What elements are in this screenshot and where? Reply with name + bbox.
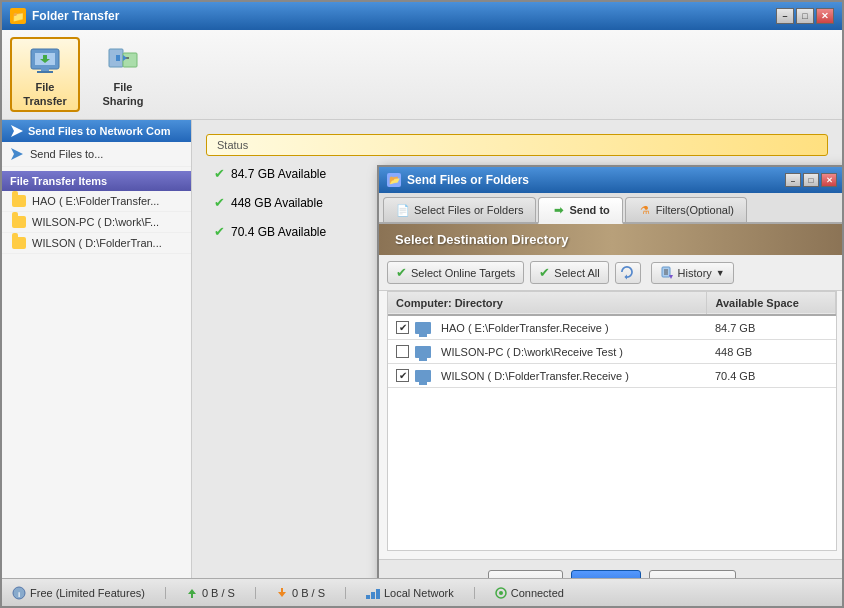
row-1-computer: WILSON-PC ( D:\work\Receive Test ): [388, 340, 707, 364]
refresh-button[interactable]: [615, 262, 641, 284]
license-icon: i: [12, 586, 26, 600]
tab-select-files-label: Select Files or Folders: [414, 204, 523, 216]
row-1-space: 448 GB: [707, 340, 836, 364]
ok-button[interactable]: OK: [571, 570, 641, 578]
connection-icon: [495, 587, 507, 599]
dialog-close-button[interactable]: ✕: [821, 173, 837, 187]
row-2-computer: ✔ WILSON ( D:\FolderTransfer.Receive ): [388, 364, 707, 388]
section-header-label: Select Destination Directory: [395, 232, 568, 247]
table-row: WILSON-PC ( D:\work\Receive Test ) 448 G…: [388, 340, 836, 364]
license-text: Free (Limited Features): [30, 587, 145, 599]
sidebar-section-header: Send Files to Network Com: [2, 120, 191, 142]
tab-send-to[interactable]: ➡ Send to: [538, 197, 622, 224]
dialog-inner-toolbar: ✔ Select Online Targets ✔ Select All: [379, 255, 842, 291]
maximize-button[interactable]: □: [796, 8, 814, 24]
folder-icon-2: [12, 237, 26, 249]
tab-filters-label: Filters(Optional): [656, 204, 734, 216]
row-0-label: HAO ( E:\FolderTransfer.Receive ): [441, 322, 609, 334]
select-files-tab-icon: 📄: [396, 203, 410, 217]
select-online-label: Select Online Targets: [411, 267, 515, 279]
history-icon: [660, 266, 674, 280]
app-icon: 📁: [10, 8, 26, 24]
sidebar-section-label: Send Files to Network Com: [28, 125, 170, 137]
dialog-body: Select Destination Directory ✔ Select On…: [379, 224, 842, 559]
items-header: File Transfer Items: [2, 171, 191, 191]
select-all-check-icon: ✔: [539, 265, 550, 280]
sidebar-item-1[interactable]: WILSON-PC ( D:\work\F...: [2, 212, 191, 233]
file-transfer-icon: [27, 41, 63, 77]
col-computer: Computer: Directory: [388, 292, 707, 315]
history-dropdown-icon: ▼: [716, 268, 725, 278]
select-all-button[interactable]: ✔ Select All: [530, 261, 608, 284]
dialog-tabs: 📄 Select Files or Folders ➡ Send to ⚗ Fi…: [379, 193, 842, 224]
items-header-label: File Transfer Items: [10, 175, 107, 187]
window-title: Folder Transfer: [32, 9, 119, 23]
svg-text:i: i: [18, 590, 20, 599]
tab-send-to-label: Send to: [569, 204, 609, 216]
status-bar: i Free (Limited Features) 0 B / S 0 B / …: [2, 578, 842, 606]
main-toolbar: File Transfer File Sharing: [2, 30, 842, 120]
computer-icon-0: [415, 322, 431, 334]
dialog-footer: Next OK Cancel: [379, 559, 842, 578]
sidebar-item-label-1: WILSON-PC ( D:\work\F...: [32, 216, 159, 228]
file-transfer-button[interactable]: File Transfer: [10, 37, 80, 112]
sidebar-item-2[interactable]: WILSON ( D:\FolderTran...: [2, 233, 191, 254]
row-0-computer: ✔ HAO ( E:\FolderTransfer.Receive ): [388, 315, 707, 340]
sidebar-item-label-0: HAO ( E:\FolderTransfer...: [32, 195, 159, 207]
filters-tab-icon: ⚗: [638, 203, 652, 217]
svg-marker-9: [11, 125, 23, 137]
svg-rect-22: [376, 589, 380, 599]
minimize-button[interactable]: –: [776, 8, 794, 24]
file-sharing-button[interactable]: File Sharing: [88, 37, 158, 112]
row-2-space: 70.4 GB: [707, 364, 836, 388]
destination-table-scroll[interactable]: Computer: Directory Available Space: [387, 291, 837, 551]
select-all-label: Select All: [554, 267, 599, 279]
svg-rect-21: [371, 592, 375, 599]
computer-icon-1: [415, 346, 431, 358]
download-segment: 0 B / S: [255, 587, 325, 599]
row-0-checkbox[interactable]: ✔: [396, 321, 409, 334]
next-button[interactable]: Next: [488, 570, 563, 578]
row-1-checkbox[interactable]: [396, 345, 409, 358]
svg-marker-10: [11, 148, 23, 160]
dialog-title-bar: 📂 Send Files or Folders – □ ✕: [379, 167, 842, 193]
sidebar-item-0[interactable]: HAO ( E:\FolderTransfer...: [2, 191, 191, 212]
tab-filters[interactable]: ⚗ Filters(Optional): [625, 197, 747, 222]
license-segment: i Free (Limited Features): [12, 586, 145, 600]
svg-marker-19: [278, 588, 286, 597]
close-button[interactable]: ✕: [816, 8, 834, 24]
modal-overlay: 📂 Send Files or Folders – □ ✕ 📄 Select F…: [192, 120, 842, 578]
dialog-minimize-button[interactable]: –: [785, 173, 801, 187]
row-2-checkbox[interactable]: ✔: [396, 369, 409, 382]
row-0-space: 84.7 GB: [707, 315, 836, 340]
computer-icon-2: [415, 370, 431, 382]
content-area: Send Files to Network Com Send Files to.…: [2, 120, 842, 578]
col-space: Available Space: [707, 292, 836, 315]
main-window: 📁 Folder Transfer – □ ✕ File Transfer: [0, 0, 844, 608]
download-icon: [276, 587, 288, 599]
history-label: History: [678, 267, 712, 279]
dialog-controls: – □ ✕: [785, 173, 837, 187]
cancel-button[interactable]: Cancel: [649, 570, 736, 578]
download-text: 0 B / S: [292, 587, 325, 599]
dialog-maximize-button[interactable]: □: [803, 173, 819, 187]
connection-text: Connected: [511, 587, 564, 599]
network-segment: Local Network: [345, 587, 454, 599]
history-button[interactable]: History ▼: [651, 262, 734, 284]
title-bar: 📁 Folder Transfer – □ ✕: [2, 2, 842, 30]
folder-icon-0: [12, 195, 26, 207]
destination-table: Computer: Directory Available Space: [388, 292, 836, 388]
send-files-label: Send Files to...: [30, 148, 103, 160]
section-header: Select Destination Directory: [379, 224, 842, 255]
send-files-icon: [10, 147, 24, 161]
tab-select-files[interactable]: 📄 Select Files or Folders: [383, 197, 536, 222]
table-row: ✔ HAO ( E:\FolderTransfer.Receive ) 84.7…: [388, 315, 836, 340]
upload-icon: [186, 587, 198, 599]
select-online-targets-button[interactable]: ✔ Select Online Targets: [387, 261, 524, 284]
svg-marker-18: [188, 589, 196, 598]
select-online-check-icon: ✔: [396, 265, 407, 280]
svg-rect-6: [123, 53, 137, 67]
refresh-icon: [621, 266, 635, 280]
send-files-item[interactable]: Send Files to...: [2, 142, 191, 167]
file-transfer-label: File Transfer: [16, 81, 74, 107]
